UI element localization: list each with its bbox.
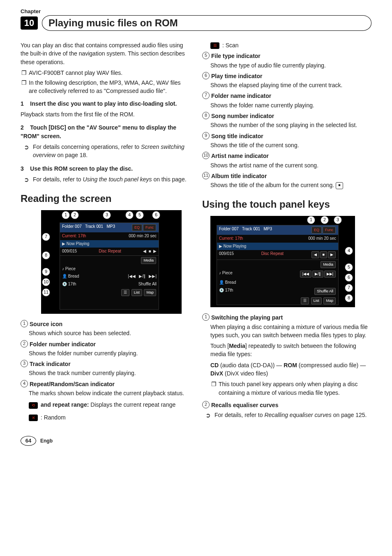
screen-line-current: Current: 17th 000 min 20 sec <box>60 232 159 240</box>
screen-mock: Folder 007 Track 001 MP3 EQFunc Current:… <box>60 222 159 310</box>
step-1-num: 1 <box>21 100 24 107</box>
gb1-bullets: This touch panel key appears only when p… <box>210 380 371 397</box>
gb1-d2: Touch [Media] repeatedly to switch betwe… <box>210 342 371 359</box>
repeat-bold: and repeat range: <box>41 401 89 408</box>
s2-list-btn[interactable]: List <box>311 297 322 304</box>
ga8-d: Shows the number of the song playing in … <box>210 121 371 129</box>
ga4-n: 4 <box>21 380 28 387</box>
s2-media-line: Media <box>217 259 338 269</box>
step-3: 3 Use this ROM screen to play the disc. <box>21 164 190 173</box>
hdr-track: Track 001 <box>85 224 103 229</box>
ga9-t: Song title indicator <box>211 132 263 140</box>
ga5-n: 5 <box>202 52 210 59</box>
s2-next-folder[interactable]: ▶ <box>328 251 336 258</box>
ga3-d: Shows the track number currently playing… <box>29 369 190 377</box>
hdr-func[interactable]: Func <box>143 224 156 231</box>
s2-prev[interactable]: |◀◀ <box>300 271 311 278</box>
step-3-num: 3 <box>21 165 24 172</box>
list-btn[interactable]: List <box>131 289 142 296</box>
ga1-t: Source icon <box>30 320 62 328</box>
ga5-t: File type indicator <box>211 52 261 60</box>
s2-media-btn[interactable]: Media <box>321 261 336 268</box>
step-2: 2 Touch [DISC] on the "AV Source" menu t… <box>21 123 190 140</box>
ga8-t: Song number indicator <box>211 112 274 120</box>
map-btn[interactable]: Map <box>144 289 156 296</box>
callout-8: 8 <box>42 251 50 259</box>
s2-bread-label: Bread <box>225 280 236 285</box>
ga8-n: 8 <box>202 112 210 119</box>
repeat-desc: Displays the current repeat range <box>90 401 175 408</box>
section-touch-panel: Using the touch panel keys <box>202 197 371 212</box>
s2-header: Folder 007 Track 001 MP3 EQFunc <box>217 225 338 235</box>
now-playing-bar: ▶ Now Playing <box>60 240 159 248</box>
hdr-eq[interactable]: EQ <box>132 224 142 231</box>
s2-eq[interactable]: EQ <box>311 227 322 234</box>
screen-line-count: 009/015 Disc Repeat ◀ ■ ▶ <box>60 248 159 255</box>
s2-17th-label: 17th <box>225 288 233 292</box>
s2-piece-label: Piece <box>222 271 233 275</box>
ga2-t: Folder number indicator <box>30 340 96 348</box>
step-3-sub: For details, refer to Using the touch pa… <box>21 175 190 183</box>
media-btn[interactable]: Media <box>141 257 156 264</box>
ga6-n: 6 <box>202 72 210 79</box>
bottom-btns: ☰ List Map <box>60 288 159 297</box>
chapter-number: 10 <box>21 16 38 30</box>
callout-5: 5 <box>136 211 144 219</box>
ga9-d: Shows the title of the current song. <box>210 141 371 149</box>
list-icon-btn[interactable]: ☰ <box>121 289 129 296</box>
s2-list-icon[interactable]: ☰ <box>301 297 309 304</box>
s2-folder: Folder 007 <box>219 227 239 231</box>
gb2-em: Recalling equaliser curves <box>264 412 331 418</box>
time-label: 000 min 20 sec <box>129 233 157 239</box>
callout-7: 7 <box>42 233 50 241</box>
f2-c6: 6 <box>345 273 353 282</box>
ga9-n: 9 <box>202 132 210 139</box>
s2-bottom: ☰ List Map <box>217 296 338 306</box>
ga6-t: Play time indicator <box>211 72 262 80</box>
s2-next[interactable]: ▶▶| <box>324 271 336 278</box>
count-label: 009/015 <box>62 248 77 255</box>
ga3-t: Track indicator <box>30 360 71 368</box>
step-2-sub1: For details concerning operations, refer… <box>33 143 190 160</box>
s2-time: 000 min 20 sec <box>308 236 336 242</box>
s2-track: Track 001 <box>242 227 260 231</box>
s2-count: 009/015 Disc Repeat ◀■▶ <box>217 250 338 259</box>
s2-func[interactable]: Func <box>323 227 336 234</box>
callout-6: 6 <box>152 211 160 219</box>
random-indicator-line: ⤨ : Random <box>29 413 190 422</box>
ga3-n: 3 <box>21 360 28 367</box>
ga7-t: Folder name indicator <box>211 92 271 100</box>
s2-playpause[interactable]: ▶/‖ <box>312 271 323 278</box>
s2-mp3: MP3 <box>263 227 272 231</box>
gb2-n: 2 <box>202 401 210 408</box>
f2-c8: 8 <box>345 294 353 302</box>
gb1-d3: CD (audio data (CD-DA)) — ROM (compresse… <box>210 361 371 378</box>
s2-stop[interactable]: ■ <box>320 251 327 258</box>
gb1-n: 1 <box>202 313 210 321</box>
step3-sub-pre: For details, refer to <box>33 176 83 183</box>
intro-paragraph: You can play an disc that contains compr… <box>21 41 190 66</box>
piece-label: Piece <box>65 266 76 271</box>
shuffle-label: Shuffle All <box>138 281 157 287</box>
language-code: Engb <box>40 438 53 444</box>
s2-bread: 👤 Bread <box>217 279 338 287</box>
s2-map-btn[interactable]: Map <box>323 297 336 304</box>
s2-prev-folder[interactable]: ◀ <box>311 251 319 258</box>
step-3-title: Use this ROM screen to play the disc. <box>30 165 133 172</box>
callout-2: 2 <box>71 211 79 219</box>
rom-bold: ROM <box>284 362 297 368</box>
ga6-d: Shows the elapsed playing time of the cu… <box>210 81 371 89</box>
step3-sub-post: on this page. <box>153 176 186 183</box>
s2-17th: 💿 17th Shuffle All <box>217 287 338 296</box>
ga4-d: The marks shown below indicate the curre… <box>29 389 190 397</box>
ga11-d-wrap: Shows the title of the album for the cur… <box>210 181 371 189</box>
chapter-label: Chapter <box>21 8 371 14</box>
ga7-n: 7 <box>202 92 210 99</box>
s2-shuffle[interactable]: Shuffle All <box>314 288 336 295</box>
hdr-mp3: MP3 <box>106 224 115 229</box>
ga2-d: Shows the folder number currently playin… <box>29 349 190 357</box>
screen-header: Folder 007 Track 001 MP3 EQFunc <box>60 223 159 232</box>
s2-nowplaying: ▶ Now Playing <box>217 243 338 250</box>
ga10-n: 10 <box>202 152 210 159</box>
footer: 64 Engb <box>21 436 371 446</box>
